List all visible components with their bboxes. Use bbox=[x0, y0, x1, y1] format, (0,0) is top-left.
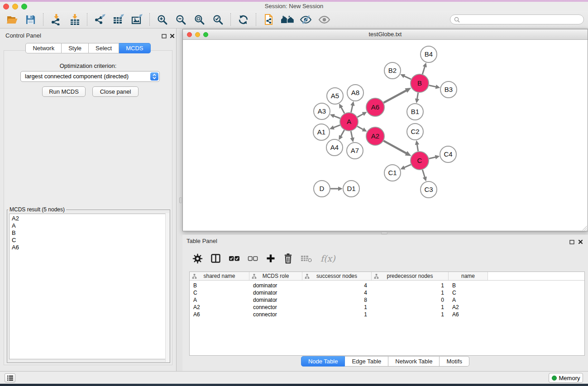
tab-select[interactable]: Select bbox=[89, 43, 119, 53]
new-network-from-file-button[interactable] bbox=[259, 12, 278, 27]
graph-edge-A6-B[interactable] bbox=[383, 90, 406, 103]
save-session-button[interactable] bbox=[21, 12, 40, 27]
table-cell: A bbox=[449, 296, 488, 304]
zoom-selected-button[interactable] bbox=[209, 12, 227, 27]
export-image-button[interactable] bbox=[128, 12, 146, 27]
graph-edge-C-C3[interactable] bbox=[422, 170, 425, 178]
graph-edge-A-A8[interactable] bbox=[351, 105, 353, 113]
tab-network[interactable]: Network bbox=[25, 43, 62, 53]
export-table-button[interactable] bbox=[109, 12, 128, 27]
graph-edge-A2-C[interactable] bbox=[383, 141, 406, 153]
graph-edge-B-B2[interactable] bbox=[404, 76, 411, 79]
table-row[interactable]: Cdominator41C bbox=[190, 289, 584, 296]
graph-node-label: A2 bbox=[371, 132, 379, 140]
graph-edge-C-C2[interactable] bbox=[417, 144, 418, 151]
memory-button[interactable]: Memory bbox=[549, 373, 583, 383]
column-header-predecessor-nodes[interactable]: predecessor nodes bbox=[372, 272, 449, 280]
import-network-button[interactable] bbox=[47, 12, 65, 27]
graph-node-label: B bbox=[417, 79, 422, 87]
task-history-button[interactable] bbox=[5, 373, 15, 382]
window-resize-grip[interactable] bbox=[582, 225, 588, 231]
close-panel-icon[interactable] bbox=[170, 32, 175, 40]
tab-node-table[interactable]: Node Table bbox=[301, 356, 345, 367]
tab-network-table[interactable]: Network Table bbox=[388, 356, 440, 367]
home-networks-button[interactable] bbox=[278, 12, 296, 27]
table-row[interactable]: A2connector11A2 bbox=[190, 304, 584, 311]
show-details-button[interactable] bbox=[315, 12, 334, 27]
export-network-button[interactable] bbox=[91, 12, 109, 27]
column-header-successor-nodes[interactable]: successor nodes bbox=[302, 272, 372, 280]
table-row[interactable]: Adominator80A bbox=[190, 296, 584, 304]
result-item[interactable]: C bbox=[12, 237, 167, 244]
delete-column-button[interactable] bbox=[283, 253, 293, 264]
tab-motifs[interactable]: Motifs bbox=[440, 356, 469, 367]
tab-style[interactable]: Style bbox=[62, 43, 89, 53]
split-divider-vertical-grip[interactable] bbox=[179, 197, 182, 203]
column-header-name[interactable]: name bbox=[449, 272, 488, 280]
deselect-all-button[interactable] bbox=[248, 253, 258, 263]
result-scrollbar[interactable] bbox=[165, 213, 169, 362]
network-canvas[interactable]: B4B2BB3A5A8A6B1A3AC2A1A2A4A7C4CC1C3DD1 bbox=[183, 40, 588, 231]
node-table: shared nameMCDS rolesuccessor nodesprede… bbox=[189, 272, 585, 356]
graph-edge-A-A3[interactable] bbox=[334, 116, 340, 119]
graph-edge-A-A4[interactable] bbox=[340, 130, 344, 137]
close-panel-button[interactable]: Close panel bbox=[92, 86, 139, 97]
table-row[interactable]: Bdominator41B bbox=[190, 282, 584, 289]
run-mcds-button[interactable]: Run MCDS bbox=[42, 86, 86, 97]
graph-edge-A-A1[interactable] bbox=[333, 125, 340, 128]
delete-table-button[interactable] bbox=[301, 254, 313, 263]
zoom-out-button[interactable] bbox=[172, 12, 190, 27]
column-header-shared-name[interactable]: shared name bbox=[190, 272, 249, 280]
result-item[interactable]: A bbox=[12, 222, 167, 229]
eye-icon bbox=[318, 14, 330, 25]
zoom-fit-button[interactable] bbox=[190, 12, 209, 27]
create-column-button[interactable] bbox=[266, 253, 276, 263]
open-session-button[interactable] bbox=[3, 12, 21, 27]
graph-edge-B-B3[interactable] bbox=[429, 85, 437, 87]
graph-edge-A-A7[interactable] bbox=[351, 131, 352, 138]
tab-mcds[interactable]: MCDS bbox=[119, 43, 150, 53]
search-field[interactable] bbox=[450, 14, 584, 24]
show-columns-button[interactable] bbox=[210, 253, 221, 263]
column-type-icon bbox=[305, 274, 310, 279]
graph-edge-C-C1[interactable] bbox=[404, 165, 411, 168]
graph-edge-A-A2[interactable] bbox=[357, 126, 363, 130]
column-type-icon bbox=[192, 274, 197, 279]
graph-edge-A-A6[interactable] bbox=[357, 114, 363, 117]
tab-edge-table[interactable]: Edge Table bbox=[345, 356, 388, 367]
result-item[interactable]: B bbox=[12, 229, 167, 237]
close-panel-icon[interactable] bbox=[578, 238, 583, 246]
network-window-titlebar[interactable]: testGlobe.txt bbox=[183, 29, 588, 40]
table-cell: 8 bbox=[302, 296, 372, 304]
graph-node-label: A4 bbox=[330, 143, 339, 151]
table-row[interactable]: A6connector11A6 bbox=[190, 311, 584, 318]
graph-edge-arrow bbox=[350, 138, 354, 143]
graph-edge-A-A5[interactable] bbox=[341, 107, 344, 113]
split-divider-horizontal-grip[interactable] bbox=[381, 232, 387, 234]
column-header-mcds-role[interactable]: MCDS role bbox=[249, 272, 302, 280]
graph-edge-B-B4[interactable] bbox=[422, 66, 425, 74]
select-all-button[interactable] bbox=[229, 253, 240, 263]
refresh-button[interactable] bbox=[234, 12, 253, 27]
hide-details-button[interactable] bbox=[296, 12, 315, 27]
graph-edge-B-B1[interactable] bbox=[417, 93, 418, 100]
table-cell: 1 bbox=[302, 311, 372, 318]
list-icon bbox=[7, 375, 14, 381]
mcds-tab-content: Optimization criterion: largest connecte… bbox=[4, 50, 172, 365]
graph-node-label: A6 bbox=[371, 103, 379, 111]
function-builder-button[interactable]: f(x) bbox=[320, 253, 335, 263]
graph-node-label: C3 bbox=[424, 186, 433, 193]
app-titlebar[interactable]: Session: New Session bbox=[0, 2, 588, 11]
table-cell: connector bbox=[249, 311, 302, 318]
result-item[interactable]: A2 bbox=[12, 215, 167, 222]
float-panel-icon[interactable] bbox=[569, 238, 574, 246]
search-input[interactable] bbox=[462, 16, 580, 23]
float-panel-icon[interactable] bbox=[162, 32, 167, 40]
zoom-in-button[interactable] bbox=[153, 12, 172, 27]
import-table-button[interactable] bbox=[65, 12, 84, 27]
graph-edge-C-C4[interactable] bbox=[429, 157, 436, 158]
table-settings-button[interactable] bbox=[192, 253, 203, 264]
result-item[interactable]: A6 bbox=[12, 244, 167, 251]
mcds-result-group: MCDS result (5 nodes) A2ABCA6 bbox=[7, 206, 170, 363]
criterion-dropdown[interactable]: largest connected component (directed) bbox=[20, 71, 160, 82]
